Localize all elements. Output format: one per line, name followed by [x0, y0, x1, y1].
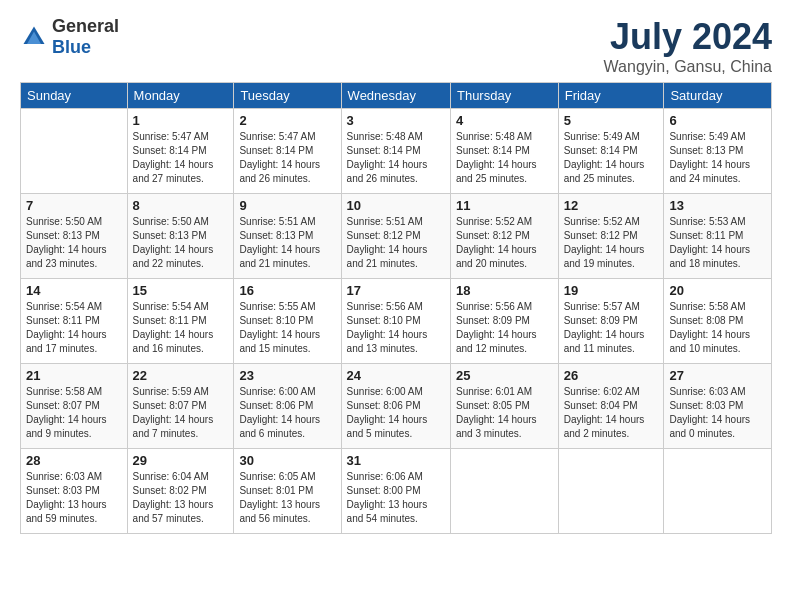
main-title: July 2024 [604, 16, 772, 58]
calendar-cell: 7Sunrise: 5:50 AM Sunset: 8:13 PM Daylig… [21, 194, 128, 279]
day-info: Sunrise: 5:59 AM Sunset: 8:07 PM Dayligh… [133, 385, 229, 441]
calendar-cell: 16Sunrise: 5:55 AM Sunset: 8:10 PM Dayli… [234, 279, 341, 364]
calendar-cell: 27Sunrise: 6:03 AM Sunset: 8:03 PM Dayli… [664, 364, 772, 449]
header-row: Sunday Monday Tuesday Wednesday Thursday… [21, 83, 772, 109]
calendar-cell: 31Sunrise: 6:06 AM Sunset: 8:00 PM Dayli… [341, 449, 450, 534]
day-info: Sunrise: 6:02 AM Sunset: 8:04 PM Dayligh… [564, 385, 659, 441]
day-number: 13 [669, 198, 766, 213]
day-info: Sunrise: 6:03 AM Sunset: 8:03 PM Dayligh… [26, 470, 122, 526]
day-number: 4 [456, 113, 553, 128]
calendar-cell: 30Sunrise: 6:05 AM Sunset: 8:01 PM Dayli… [234, 449, 341, 534]
day-info: Sunrise: 5:51 AM Sunset: 8:12 PM Dayligh… [347, 215, 445, 271]
calendar-cell: 17Sunrise: 5:56 AM Sunset: 8:10 PM Dayli… [341, 279, 450, 364]
calendar-cell: 1Sunrise: 5:47 AM Sunset: 8:14 PM Daylig… [127, 109, 234, 194]
day-number: 8 [133, 198, 229, 213]
day-info: Sunrise: 6:04 AM Sunset: 8:02 PM Dayligh… [133, 470, 229, 526]
day-number: 7 [26, 198, 122, 213]
day-info: Sunrise: 5:48 AM Sunset: 8:14 PM Dayligh… [347, 130, 445, 186]
week-row-3: 14Sunrise: 5:54 AM Sunset: 8:11 PM Dayli… [21, 279, 772, 364]
week-row-1: 1Sunrise: 5:47 AM Sunset: 8:14 PM Daylig… [21, 109, 772, 194]
calendar-cell: 5Sunrise: 5:49 AM Sunset: 8:14 PM Daylig… [558, 109, 664, 194]
day-number: 19 [564, 283, 659, 298]
col-tuesday: Tuesday [234, 83, 341, 109]
week-row-2: 7Sunrise: 5:50 AM Sunset: 8:13 PM Daylig… [21, 194, 772, 279]
calendar-cell: 24Sunrise: 6:00 AM Sunset: 8:06 PM Dayli… [341, 364, 450, 449]
day-info: Sunrise: 5:49 AM Sunset: 8:13 PM Dayligh… [669, 130, 766, 186]
calendar-cell: 9Sunrise: 5:51 AM Sunset: 8:13 PM Daylig… [234, 194, 341, 279]
day-info: Sunrise: 6:01 AM Sunset: 8:05 PM Dayligh… [456, 385, 553, 441]
calendar-cell: 13Sunrise: 5:53 AM Sunset: 8:11 PM Dayli… [664, 194, 772, 279]
calendar-cell: 21Sunrise: 5:58 AM Sunset: 8:07 PM Dayli… [21, 364, 128, 449]
day-number: 12 [564, 198, 659, 213]
day-number: 25 [456, 368, 553, 383]
calendar-cell: 8Sunrise: 5:50 AM Sunset: 8:13 PM Daylig… [127, 194, 234, 279]
calendar-cell: 28Sunrise: 6:03 AM Sunset: 8:03 PM Dayli… [21, 449, 128, 534]
day-info: Sunrise: 5:54 AM Sunset: 8:11 PM Dayligh… [133, 300, 229, 356]
day-number: 5 [564, 113, 659, 128]
day-number: 29 [133, 453, 229, 468]
day-number: 1 [133, 113, 229, 128]
day-number: 26 [564, 368, 659, 383]
calendar-cell: 12Sunrise: 5:52 AM Sunset: 8:12 PM Dayli… [558, 194, 664, 279]
calendar-cell: 4Sunrise: 5:48 AM Sunset: 8:14 PM Daylig… [450, 109, 558, 194]
day-info: Sunrise: 5:53 AM Sunset: 8:11 PM Dayligh… [669, 215, 766, 271]
col-wednesday: Wednesday [341, 83, 450, 109]
page: General Blue July 2024 Wangyin, Gansu, C… [0, 0, 792, 544]
day-number: 2 [239, 113, 335, 128]
logo-icon [20, 23, 48, 51]
day-number: 27 [669, 368, 766, 383]
week-row-5: 28Sunrise: 6:03 AM Sunset: 8:03 PM Dayli… [21, 449, 772, 534]
day-info: Sunrise: 5:49 AM Sunset: 8:14 PM Dayligh… [564, 130, 659, 186]
sub-title: Wangyin, Gansu, China [604, 58, 772, 76]
calendar-cell: 10Sunrise: 5:51 AM Sunset: 8:12 PM Dayli… [341, 194, 450, 279]
day-number: 3 [347, 113, 445, 128]
calendar-cell: 15Sunrise: 5:54 AM Sunset: 8:11 PM Dayli… [127, 279, 234, 364]
day-info: Sunrise: 5:56 AM Sunset: 8:09 PM Dayligh… [456, 300, 553, 356]
day-number: 15 [133, 283, 229, 298]
day-info: Sunrise: 6:00 AM Sunset: 8:06 PM Dayligh… [239, 385, 335, 441]
calendar-cell: 26Sunrise: 6:02 AM Sunset: 8:04 PM Dayli… [558, 364, 664, 449]
col-thursday: Thursday [450, 83, 558, 109]
day-number: 18 [456, 283, 553, 298]
day-number: 31 [347, 453, 445, 468]
day-info: Sunrise: 5:52 AM Sunset: 8:12 PM Dayligh… [564, 215, 659, 271]
title-block: July 2024 Wangyin, Gansu, China [604, 16, 772, 76]
day-info: Sunrise: 5:55 AM Sunset: 8:10 PM Dayligh… [239, 300, 335, 356]
col-sunday: Sunday [21, 83, 128, 109]
day-info: Sunrise: 5:50 AM Sunset: 8:13 PM Dayligh… [133, 215, 229, 271]
calendar-cell: 14Sunrise: 5:54 AM Sunset: 8:11 PM Dayli… [21, 279, 128, 364]
calendar-cell: 18Sunrise: 5:56 AM Sunset: 8:09 PM Dayli… [450, 279, 558, 364]
calendar-cell: 2Sunrise: 5:47 AM Sunset: 8:14 PM Daylig… [234, 109, 341, 194]
day-number: 22 [133, 368, 229, 383]
day-number: 21 [26, 368, 122, 383]
day-info: Sunrise: 5:56 AM Sunset: 8:10 PM Dayligh… [347, 300, 445, 356]
week-row-4: 21Sunrise: 5:58 AM Sunset: 8:07 PM Dayli… [21, 364, 772, 449]
day-number: 6 [669, 113, 766, 128]
calendar-cell [21, 109, 128, 194]
day-info: Sunrise: 6:00 AM Sunset: 8:06 PM Dayligh… [347, 385, 445, 441]
col-friday: Friday [558, 83, 664, 109]
day-info: Sunrise: 5:47 AM Sunset: 8:14 PM Dayligh… [133, 130, 229, 186]
calendar-cell: 19Sunrise: 5:57 AM Sunset: 8:09 PM Dayli… [558, 279, 664, 364]
day-number: 17 [347, 283, 445, 298]
day-info: Sunrise: 5:58 AM Sunset: 8:08 PM Dayligh… [669, 300, 766, 356]
calendar-cell [450, 449, 558, 534]
day-info: Sunrise: 6:06 AM Sunset: 8:00 PM Dayligh… [347, 470, 445, 526]
day-number: 20 [669, 283, 766, 298]
day-info: Sunrise: 5:57 AM Sunset: 8:09 PM Dayligh… [564, 300, 659, 356]
day-info: Sunrise: 5:54 AM Sunset: 8:11 PM Dayligh… [26, 300, 122, 356]
logo: General Blue [20, 16, 119, 58]
calendar-cell [558, 449, 664, 534]
calendar-cell: 6Sunrise: 5:49 AM Sunset: 8:13 PM Daylig… [664, 109, 772, 194]
day-number: 30 [239, 453, 335, 468]
header: General Blue July 2024 Wangyin, Gansu, C… [20, 16, 772, 76]
day-info: Sunrise: 5:52 AM Sunset: 8:12 PM Dayligh… [456, 215, 553, 271]
day-info: Sunrise: 6:03 AM Sunset: 8:03 PM Dayligh… [669, 385, 766, 441]
day-info: Sunrise: 5:50 AM Sunset: 8:13 PM Dayligh… [26, 215, 122, 271]
calendar-cell: 20Sunrise: 5:58 AM Sunset: 8:08 PM Dayli… [664, 279, 772, 364]
calendar-cell: 25Sunrise: 6:01 AM Sunset: 8:05 PM Dayli… [450, 364, 558, 449]
day-number: 9 [239, 198, 335, 213]
day-info: Sunrise: 5:51 AM Sunset: 8:13 PM Dayligh… [239, 215, 335, 271]
calendar-cell: 29Sunrise: 6:04 AM Sunset: 8:02 PM Dayli… [127, 449, 234, 534]
day-number: 28 [26, 453, 122, 468]
